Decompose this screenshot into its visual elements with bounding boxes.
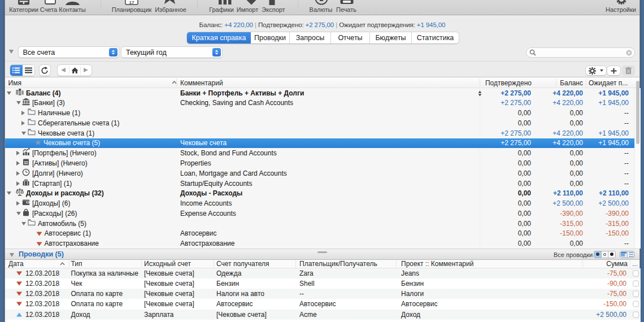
svg-text:17: 17 xyxy=(129,0,134,5)
